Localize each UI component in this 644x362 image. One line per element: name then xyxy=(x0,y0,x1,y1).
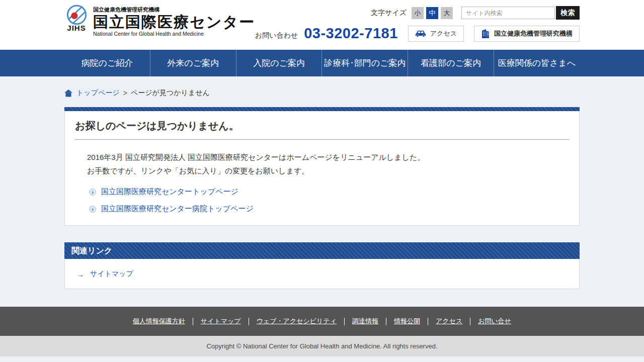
search-button[interactable]: 検索 xyxy=(556,6,580,20)
list-item: → サイトマップ xyxy=(65,259,579,279)
footer-link-access[interactable]: アクセス xyxy=(436,317,462,326)
sitemap-link[interactable]: サイトマップ xyxy=(90,269,133,279)
site-subtitle: National Center for Global Health and Me… xyxy=(93,31,255,37)
copyright-text: Copyright © National Center for Global H… xyxy=(206,342,437,350)
redirect-links: › 国立国際医療研究センタートップページ › 国立国際医療研究センター病院トップ… xyxy=(89,187,579,214)
notice-paragraph: 2016年3月 国立研究開発法人 国立国際医療研究センターはホームページをリニュ… xyxy=(87,150,569,177)
logo-mark: JIHS xyxy=(64,4,89,32)
not-found-panel: お探しのページは見つかりません。 2016年3月 国立研究開発法人 国立国際医療… xyxy=(64,107,580,226)
stripe-band xyxy=(64,107,580,111)
org-small-title: 国立健康危機管理研究機構 xyxy=(93,6,255,14)
logo-acronym: JIHS xyxy=(64,24,89,32)
nav-item-medical-professionals[interactable]: 医療関係の皆さまへ xyxy=(494,50,580,76)
site-footer: 個人情報保護方針 サイトマップ ウェブ・アクセシビリティ 調達情報 情報公開 ア… xyxy=(0,307,644,336)
car-icon xyxy=(415,30,426,37)
page-title: お探しのページは見つかりません。 xyxy=(75,119,569,140)
org-site-button[interactable]: 国立健康危機管理研究機構 xyxy=(474,26,580,42)
site-title: 国立国際医療センター xyxy=(93,14,255,30)
contact-phone: 03-3202-7181 xyxy=(304,25,398,42)
divider xyxy=(249,318,249,325)
site-search-input[interactable] xyxy=(461,7,555,19)
divider xyxy=(344,318,345,325)
fontsize-large-button[interactable]: 大 xyxy=(441,7,453,19)
globe-logo-icon xyxy=(66,5,87,25)
footer-link-privacy[interactable]: 個人情報保護方針 xyxy=(133,317,185,326)
list-item: › 国立国際医療研究センタートップページ xyxy=(89,187,579,197)
divider xyxy=(428,318,428,325)
nav-item-hospital-intro[interactable]: 病院のご紹介 xyxy=(64,50,150,76)
site-header: JIHS 国立健康危機管理研究機構 国立国際医療センター National Ce… xyxy=(0,0,644,50)
fontsize-small-button[interactable]: 小 xyxy=(412,7,424,19)
fontsize-label: 文字サイズ xyxy=(371,9,407,18)
related-links-heading: 関連リンク xyxy=(64,242,580,259)
global-nav: 病院のご紹介 外来のご案内 入院のご案内 診療科･部門のご案内 看護部のご案内 … xyxy=(0,50,644,76)
footer-link-accessibility[interactable]: ウェブ・アクセシビリティ xyxy=(257,317,337,326)
divider xyxy=(193,318,193,325)
divider xyxy=(470,318,470,325)
list-item: › 国立国際医療研究センター病院トップページ xyxy=(89,204,579,214)
hospital-top-link[interactable]: 国立国際医療研究センター病院トップページ xyxy=(101,204,254,214)
nav-item-departments[interactable]: 診療科･部門のご案内 xyxy=(321,50,408,76)
notice-line-2: お手数ですが、リンクや「お気に入り」の変更をお願いします。 xyxy=(87,166,309,175)
breadcrumb-home-link[interactable]: トップページ xyxy=(76,88,120,98)
footer-link-sitemap[interactable]: サイトマップ xyxy=(201,317,241,326)
divider xyxy=(386,318,386,325)
circle-arrow-icon: › xyxy=(89,189,96,196)
home-icon xyxy=(64,89,72,97)
circle-arrow-icon: › xyxy=(89,206,96,213)
notice-line-1: 2016年3月 国立研究開発法人 国立国際医療研究センターはホームページをリニュ… xyxy=(87,153,425,161)
contact-label: お問い合わせ xyxy=(255,27,298,40)
nav-item-outpatient[interactable]: 外来のご案内 xyxy=(150,50,236,76)
nav-item-inpatient[interactable]: 入院のご案内 xyxy=(236,50,322,76)
access-button-label: アクセス xyxy=(430,29,457,38)
footer-link-disclosure[interactable]: 情報公開 xyxy=(394,317,420,326)
right-arrow-icon: → xyxy=(76,270,84,279)
fontsize-medium-button[interactable]: 中 xyxy=(426,7,438,19)
footer-link-procurement[interactable]: 調達情報 xyxy=(352,317,378,326)
breadcrumb-separator: > xyxy=(123,89,127,97)
nav-item-nursing[interactable]: 看護部のご案内 xyxy=(408,50,494,76)
related-links-panel: 関連リンク → サイトマップ xyxy=(64,242,580,289)
copyright-bar: Copyright © National Center for Global H… xyxy=(0,336,644,356)
research-center-top-link[interactable]: 国立国際医療研究センタートップページ xyxy=(101,187,238,197)
breadcrumb: トップページ > ページが見つかりません xyxy=(64,88,580,98)
footer-link-contact[interactable]: お問い合せ xyxy=(478,317,511,326)
building-icon xyxy=(481,29,490,39)
access-button[interactable]: アクセス xyxy=(408,26,464,42)
breadcrumb-current: ページが見つかりません xyxy=(131,88,210,98)
org-site-button-label: 国立健康危機管理研究機構 xyxy=(494,29,573,38)
